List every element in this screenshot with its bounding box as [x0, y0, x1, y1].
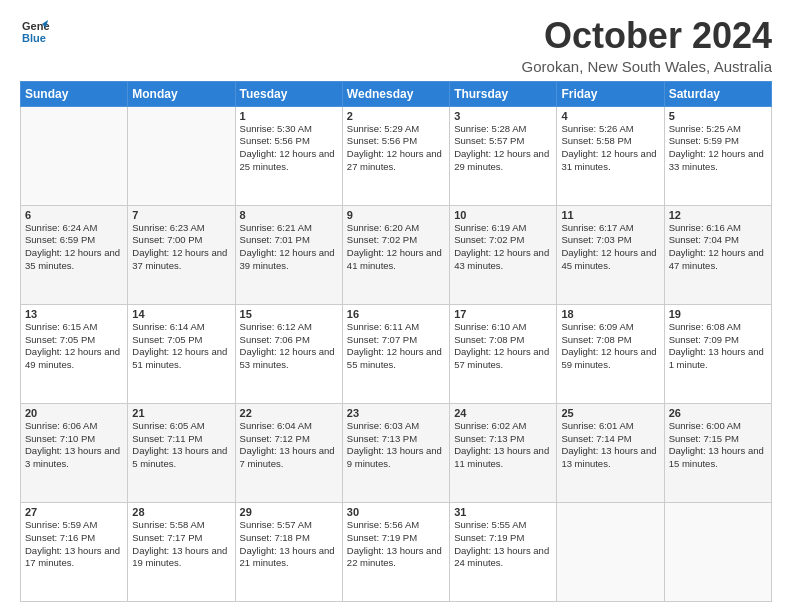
- calendar-cell: [557, 502, 664, 601]
- page: General Blue October 2024 Gorokan, New S…: [0, 0, 792, 612]
- calendar-header-row: SundayMondayTuesdayWednesdayThursdayFrid…: [21, 81, 772, 106]
- calendar-cell: 17Sunrise: 6:10 AMSunset: 7:08 PMDayligh…: [450, 304, 557, 403]
- calendar-cell: 16Sunrise: 6:11 AMSunset: 7:07 PMDayligh…: [342, 304, 449, 403]
- calendar-cell: [128, 106, 235, 205]
- cell-content: Sunrise: 6:06 AMSunset: 7:10 PMDaylight:…: [25, 420, 120, 469]
- cell-content: Sunrise: 6:11 AMSunset: 7:07 PMDaylight:…: [347, 321, 442, 370]
- cell-content: Sunrise: 5:59 AMSunset: 7:16 PMDaylight:…: [25, 519, 120, 568]
- day-number: 10: [454, 209, 552, 221]
- day-number: 27: [25, 506, 123, 518]
- day-number: 31: [454, 506, 552, 518]
- cell-content: Sunrise: 6:15 AMSunset: 7:05 PMDaylight:…: [25, 321, 120, 370]
- day-number: 30: [347, 506, 445, 518]
- day-number: 5: [669, 110, 767, 122]
- cell-content: Sunrise: 5:56 AMSunset: 7:19 PMDaylight:…: [347, 519, 442, 568]
- calendar-header-day: Saturday: [664, 81, 771, 106]
- calendar-cell: 4Sunrise: 5:26 AMSunset: 5:58 PMDaylight…: [557, 106, 664, 205]
- calendar-header-day: Wednesday: [342, 81, 449, 106]
- cell-content: Sunrise: 5:25 AMSunset: 5:59 PMDaylight:…: [669, 123, 764, 172]
- calendar-header-day: Thursday: [450, 81, 557, 106]
- cell-content: Sunrise: 6:08 AMSunset: 7:09 PMDaylight:…: [669, 321, 764, 370]
- day-number: 12: [669, 209, 767, 221]
- calendar-cell: 30Sunrise: 5:56 AMSunset: 7:19 PMDayligh…: [342, 502, 449, 601]
- calendar-header-day: Friday: [557, 81, 664, 106]
- day-number: 7: [132, 209, 230, 221]
- calendar-header-day: Sunday: [21, 81, 128, 106]
- cell-content: Sunrise: 5:28 AMSunset: 5:57 PMDaylight:…: [454, 123, 549, 172]
- calendar-cell: 7Sunrise: 6:23 AMSunset: 7:00 PMDaylight…: [128, 205, 235, 304]
- calendar-cell: 26Sunrise: 6:00 AMSunset: 7:15 PMDayligh…: [664, 403, 771, 502]
- calendar-cell: 15Sunrise: 6:12 AMSunset: 7:06 PMDayligh…: [235, 304, 342, 403]
- cell-content: Sunrise: 5:55 AMSunset: 7:19 PMDaylight:…: [454, 519, 549, 568]
- calendar-cell: 22Sunrise: 6:04 AMSunset: 7:12 PMDayligh…: [235, 403, 342, 502]
- calendar-cell: 19Sunrise: 6:08 AMSunset: 7:09 PMDayligh…: [664, 304, 771, 403]
- calendar-week-row: 6Sunrise: 6:24 AMSunset: 6:59 PMDaylight…: [21, 205, 772, 304]
- calendar-cell: 25Sunrise: 6:01 AMSunset: 7:14 PMDayligh…: [557, 403, 664, 502]
- day-number: 11: [561, 209, 659, 221]
- cell-content: Sunrise: 6:23 AMSunset: 7:00 PMDaylight:…: [132, 222, 227, 271]
- calendar-header-day: Tuesday: [235, 81, 342, 106]
- calendar-table: SundayMondayTuesdayWednesdayThursdayFrid…: [20, 81, 772, 602]
- day-number: 4: [561, 110, 659, 122]
- calendar-cell: 23Sunrise: 6:03 AMSunset: 7:13 PMDayligh…: [342, 403, 449, 502]
- cell-content: Sunrise: 5:57 AMSunset: 7:18 PMDaylight:…: [240, 519, 335, 568]
- day-number: 25: [561, 407, 659, 419]
- calendar-cell: 3Sunrise: 5:28 AMSunset: 5:57 PMDaylight…: [450, 106, 557, 205]
- calendar-cell: 29Sunrise: 5:57 AMSunset: 7:18 PMDayligh…: [235, 502, 342, 601]
- calendar-cell: 14Sunrise: 6:14 AMSunset: 7:05 PMDayligh…: [128, 304, 235, 403]
- cell-content: Sunrise: 6:12 AMSunset: 7:06 PMDaylight:…: [240, 321, 335, 370]
- day-number: 15: [240, 308, 338, 320]
- day-number: 9: [347, 209, 445, 221]
- calendar-cell: 6Sunrise: 6:24 AMSunset: 6:59 PMDaylight…: [21, 205, 128, 304]
- subtitle: Gorokan, New South Wales, Australia: [522, 58, 772, 75]
- day-number: 16: [347, 308, 445, 320]
- logo: General Blue: [20, 16, 50, 46]
- cell-content: Sunrise: 6:02 AMSunset: 7:13 PMDaylight:…: [454, 420, 549, 469]
- cell-content: Sunrise: 5:26 AMSunset: 5:58 PMDaylight:…: [561, 123, 656, 172]
- logo-icon: General Blue: [20, 16, 50, 46]
- day-number: 6: [25, 209, 123, 221]
- calendar-cell: 5Sunrise: 5:25 AMSunset: 5:59 PMDaylight…: [664, 106, 771, 205]
- header: General Blue October 2024 Gorokan, New S…: [20, 16, 772, 75]
- calendar-cell: 13Sunrise: 6:15 AMSunset: 7:05 PMDayligh…: [21, 304, 128, 403]
- calendar-cell: 9Sunrise: 6:20 AMSunset: 7:02 PMDaylight…: [342, 205, 449, 304]
- cell-content: Sunrise: 6:09 AMSunset: 7:08 PMDaylight:…: [561, 321, 656, 370]
- day-number: 13: [25, 308, 123, 320]
- calendar-week-row: 20Sunrise: 6:06 AMSunset: 7:10 PMDayligh…: [21, 403, 772, 502]
- day-number: 23: [347, 407, 445, 419]
- cell-content: Sunrise: 6:14 AMSunset: 7:05 PMDaylight:…: [132, 321, 227, 370]
- title-area: October 2024 Gorokan, New South Wales, A…: [522, 16, 772, 75]
- cell-content: Sunrise: 5:29 AMSunset: 5:56 PMDaylight:…: [347, 123, 442, 172]
- calendar-cell: 21Sunrise: 6:05 AMSunset: 7:11 PMDayligh…: [128, 403, 235, 502]
- day-number: 20: [25, 407, 123, 419]
- calendar-cell: 2Sunrise: 5:29 AMSunset: 5:56 PMDaylight…: [342, 106, 449, 205]
- day-number: 18: [561, 308, 659, 320]
- calendar-cell: 12Sunrise: 6:16 AMSunset: 7:04 PMDayligh…: [664, 205, 771, 304]
- main-title: October 2024: [522, 16, 772, 56]
- day-number: 2: [347, 110, 445, 122]
- calendar-cell: [664, 502, 771, 601]
- calendar-cell: 18Sunrise: 6:09 AMSunset: 7:08 PMDayligh…: [557, 304, 664, 403]
- day-number: 17: [454, 308, 552, 320]
- cell-content: Sunrise: 6:20 AMSunset: 7:02 PMDaylight:…: [347, 222, 442, 271]
- calendar-cell: 27Sunrise: 5:59 AMSunset: 7:16 PMDayligh…: [21, 502, 128, 601]
- cell-content: Sunrise: 6:04 AMSunset: 7:12 PMDaylight:…: [240, 420, 335, 469]
- cell-content: Sunrise: 6:24 AMSunset: 6:59 PMDaylight:…: [25, 222, 120, 271]
- day-number: 8: [240, 209, 338, 221]
- calendar-cell: 31Sunrise: 5:55 AMSunset: 7:19 PMDayligh…: [450, 502, 557, 601]
- day-number: 29: [240, 506, 338, 518]
- cell-content: Sunrise: 6:21 AMSunset: 7:01 PMDaylight:…: [240, 222, 335, 271]
- day-number: 22: [240, 407, 338, 419]
- cell-content: Sunrise: 5:58 AMSunset: 7:17 PMDaylight:…: [132, 519, 227, 568]
- day-number: 1: [240, 110, 338, 122]
- calendar-cell: [21, 106, 128, 205]
- cell-content: Sunrise: 6:00 AMSunset: 7:15 PMDaylight:…: [669, 420, 764, 469]
- cell-content: Sunrise: 5:30 AMSunset: 5:56 PMDaylight:…: [240, 123, 335, 172]
- cell-content: Sunrise: 6:16 AMSunset: 7:04 PMDaylight:…: [669, 222, 764, 271]
- calendar-cell: 28Sunrise: 5:58 AMSunset: 7:17 PMDayligh…: [128, 502, 235, 601]
- day-number: 24: [454, 407, 552, 419]
- cell-content: Sunrise: 6:03 AMSunset: 7:13 PMDaylight:…: [347, 420, 442, 469]
- calendar-cell: 20Sunrise: 6:06 AMSunset: 7:10 PMDayligh…: [21, 403, 128, 502]
- cell-content: Sunrise: 6:01 AMSunset: 7:14 PMDaylight:…: [561, 420, 656, 469]
- cell-content: Sunrise: 6:19 AMSunset: 7:02 PMDaylight:…: [454, 222, 549, 271]
